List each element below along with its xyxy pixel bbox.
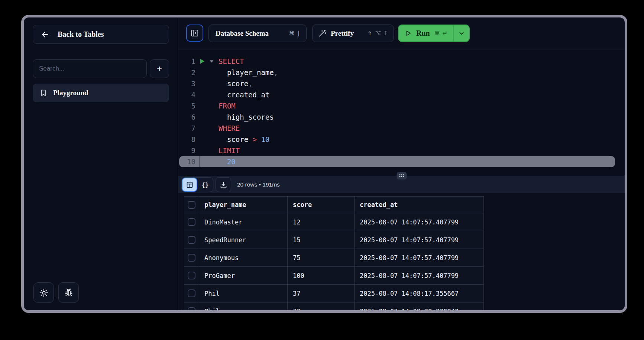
- cell-created-at[interactable]: 2025-08-07 14:07:57.407799: [355, 231, 484, 249]
- run-options-button[interactable]: [453, 25, 469, 41]
- line-number: 10: [178, 156, 195, 167]
- column-header-created-at[interactable]: created_at: [355, 197, 484, 213]
- sidebar-item-playground[interactable]: Playground: [33, 84, 169, 102]
- line-margin: [195, 89, 219, 100]
- cell-created-at[interactable]: 2025-08-07 14:08:29.829943: [355, 302, 484, 310]
- cell-score[interactable]: 73: [288, 302, 355, 310]
- code-text: FROM: [219, 100, 236, 111]
- editor-lines: 1 SELECT 2 player_name, 3 score, 4 creat…: [178, 49, 625, 167]
- code-line[interactable]: 1 SELECT: [178, 56, 625, 67]
- json-view-button[interactable]: {}: [197, 178, 213, 192]
- cell-score[interactable]: 12: [288, 213, 355, 231]
- row-checkbox[interactable]: [188, 289, 195, 297]
- shift-key: ⇧: [368, 30, 372, 37]
- cell-score[interactable]: 75: [288, 249, 355, 267]
- code-text: score > 10: [219, 134, 269, 145]
- sql-editor[interactable]: 1 SELECT 2 player_name, 3 score, 4 creat…: [178, 49, 625, 176]
- code-text: high_scores: [219, 111, 274, 123]
- line-number: 4: [178, 89, 195, 100]
- back-to-tables-button[interactable]: Back to Tables: [33, 25, 169, 44]
- cell-created-at[interactable]: 2025-08-07 14:07:57.407799: [355, 249, 484, 267]
- export-button[interactable]: [216, 177, 231, 192]
- code-line[interactable]: 4 created_at: [178, 89, 625, 100]
- run-line-icon[interactable]: [199, 58, 205, 64]
- code-token: FROM: [219, 102, 236, 110]
- row-checkbox[interactable]: [188, 254, 195, 262]
- results-table: player_name score created_at DinoMaster …: [184, 196, 484, 310]
- debug-button[interactable]: [58, 282, 79, 303]
- f-key: F: [384, 30, 388, 37]
- line-number: 1: [178, 56, 195, 67]
- sidebar-toggle-button[interactable]: [186, 25, 203, 42]
- result-status: 20 rows • 191ms: [237, 176, 280, 193]
- cell-score[interactable]: 37: [288, 285, 355, 302]
- results-panel: {} 20 rows • 191ms player_name score cre…: [178, 176, 625, 310]
- code-line[interactable]: 6 high_scores: [178, 111, 625, 123]
- cmd-key: ⌘: [289, 30, 295, 37]
- cell-player-name[interactable]: Phil: [199, 302, 288, 310]
- cell-player-name[interactable]: Anonymous: [199, 249, 288, 267]
- column-header-player-name[interactable]: player_name: [199, 197, 288, 213]
- line-margin: [195, 134, 219, 145]
- settings-button[interactable]: [33, 282, 54, 303]
- code-line[interactable]: 5 FROM: [178, 100, 625, 111]
- option-key-icon: [375, 31, 381, 36]
- code-text: LIMIT: [219, 145, 240, 156]
- panel-left-close-icon: [191, 29, 199, 37]
- line-margin: [195, 56, 219, 67]
- line-margin: [195, 67, 219, 78]
- run-label: Run: [416, 29, 430, 38]
- code-text: player_name,: [219, 67, 278, 78]
- database-schema-button[interactable]: Database Schema ⌘ J: [208, 25, 307, 42]
- add-query-button[interactable]: +: [150, 59, 169, 78]
- view-switch: {}: [181, 177, 213, 192]
- code-token: score: [219, 135, 253, 143]
- column-header-score[interactable]: score: [288, 197, 355, 213]
- play-icon: [405, 30, 412, 37]
- line-number: 2: [178, 67, 195, 78]
- prettify-button[interactable]: Prettify ⇧ F: [312, 25, 394, 42]
- cell-score[interactable]: 100: [288, 267, 355, 285]
- code-line[interactable]: 2 player_name,: [178, 67, 625, 78]
- row-checkbox-cell: [184, 285, 199, 302]
- code-token: player_name: [219, 68, 274, 77]
- cell-score[interactable]: 15: [288, 231, 355, 249]
- row-checkbox[interactable]: [188, 307, 195, 310]
- code-line[interactable]: 3 score,: [178, 78, 625, 89]
- cell-player-name[interactable]: SpeedRunner: [199, 231, 288, 249]
- row-checkbox[interactable]: [188, 272, 195, 279]
- fold-chevron-icon[interactable]: [209, 59, 214, 64]
- row-checkbox-cell: [184, 302, 199, 310]
- braces-icon: {}: [201, 181, 208, 188]
- line-number: 8: [178, 134, 195, 145]
- code-line[interactable]: 9 LIMIT: [178, 145, 625, 156]
- row-checkbox[interactable]: [188, 236, 195, 244]
- select-all-checkbox[interactable]: [188, 201, 195, 209]
- row-checkbox[interactable]: [188, 218, 195, 226]
- table-view-button[interactable]: [182, 178, 197, 192]
- line-margin: [195, 156, 219, 167]
- line-number: 5: [178, 100, 195, 111]
- cell-player-name[interactable]: ProGamer: [199, 267, 288, 285]
- panel-resize-handle[interactable]: [397, 172, 407, 179]
- code-line[interactable]: 10 20: [178, 156, 625, 167]
- code-line[interactable]: 8 score > 10: [178, 134, 625, 145]
- search-input[interactable]: [33, 59, 147, 78]
- cell-created-at[interactable]: 2025-08-07 14:07:57.407799: [355, 213, 484, 231]
- cell-created-at[interactable]: 2025-08-07 14:08:17.355667: [355, 285, 484, 302]
- line-margin: [195, 100, 219, 111]
- run-button[interactable]: Run ⌘ ↵: [399, 25, 453, 41]
- line-number: 9: [178, 145, 195, 156]
- cell-player-name[interactable]: DinoMaster: [199, 213, 288, 231]
- gear-icon: [39, 288, 49, 298]
- plus-icon: +: [157, 64, 162, 74]
- cell-created-at[interactable]: 2025-08-07 14:07:57.407799: [355, 267, 484, 285]
- code-line[interactable]: 7 WHERE: [178, 123, 625, 134]
- database-schema-label: Database Schema: [216, 29, 269, 38]
- enter-key: ↵: [443, 30, 447, 37]
- code-token: SELECT: [219, 57, 244, 65]
- cell-player-name[interactable]: Phil: [199, 285, 288, 302]
- code-token: [257, 135, 261, 143]
- row-checkbox-cell: [184, 249, 199, 267]
- sidebar-item-label: Playground: [53, 89, 88, 97]
